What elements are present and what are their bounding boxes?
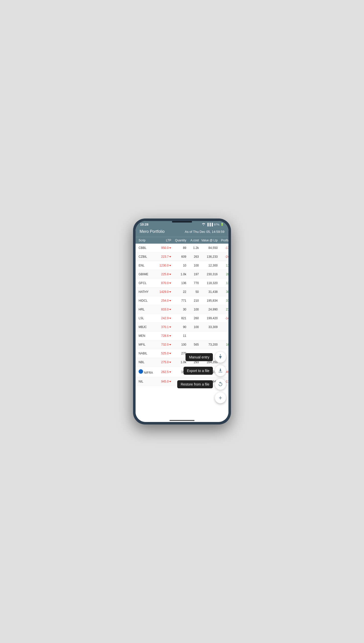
cell-value: 136,233	[199, 255, 218, 258]
cell-qty: 90	[171, 325, 186, 329]
cell-scrip: HATHY	[139, 290, 156, 294]
notch	[172, 221, 192, 223]
app-header: Mero Portfolio As of Thu Dec 05, 14:59:5…	[136, 227, 228, 237]
cell-scrip: HRL	[139, 308, 156, 311]
cell-ltp: 870.0	[156, 281, 171, 285]
svg-point-1	[220, 354, 221, 355]
download-icon	[218, 368, 223, 374]
table-row: HIDCL 254.0 771 210 195,834 33,392	[136, 296, 228, 305]
cell-ltp: 1230.0	[156, 264, 171, 267]
cell-scrip: NIL	[139, 380, 156, 383]
restore-button[interactable]	[215, 379, 226, 390]
battery-icon: 🔋	[220, 223, 224, 226]
fab-manual-row: Manual entry	[186, 352, 226, 363]
cell-ltp: 732.0	[156, 343, 171, 346]
col-quantity: Quantity	[171, 239, 186, 242]
signal-bars-icon: ▐▐▐	[206, 223, 213, 226]
cell-scrip: CBBL	[139, 246, 156, 250]
cell-acost: 1.2k	[186, 246, 199, 250]
cell-acost: 50	[186, 290, 199, 294]
col-pl: Profit/Loss	[218, 239, 228, 242]
cell-ltp: 370.1	[156, 325, 171, 329]
cell-value: 24,990	[199, 308, 218, 311]
cell-scrip: GBIME	[139, 273, 156, 276]
cell-pl: 30,338	[218, 290, 228, 294]
phone-screen: 10:28 ▐▐▐ 97% 🔋 Mero Portfolio As of Thu…	[136, 221, 228, 422]
accessibility-icon	[218, 354, 223, 361]
cell-qty: 100	[171, 343, 186, 346]
cell-value: 118,320	[199, 281, 218, 285]
cell-pl: 2,…	[218, 325, 228, 329]
cell-scrip: NABIL	[139, 352, 156, 355]
table-body: CBBL 950.0 89 1.2k 84,550 -17,849 CZBIL …	[136, 244, 228, 418]
fab-export-row: Export to a file	[184, 365, 226, 376]
cell-acost: 263	[186, 255, 199, 258]
table-row: MBJC 370.1 90 100 33,309 2,…	[136, 323, 228, 332]
table-row: HRL 833.0 30 100 24,990 21,990	[136, 305, 228, 314]
cell-acost: 210	[186, 299, 199, 302]
app-title: Mero Portfolio	[140, 229, 165, 234]
col-acost: A.cost	[186, 239, 199, 242]
cell-acost: 260	[186, 316, 199, 320]
cell-ltp: 225.8	[156, 273, 171, 276]
table-row: GFCL 870.0 136 770 118,320 13,469	[136, 279, 228, 288]
col-ltp: LTP	[156, 239, 171, 242]
cell-scrip: MBJC	[139, 325, 156, 329]
cell-ltp: 262.5	[156, 370, 171, 374]
manual-entry-button[interactable]	[215, 352, 226, 363]
fab-container: Manual entry Export to a file	[177, 352, 226, 403]
cell-scrip: HIDCL	[139, 299, 156, 302]
cell-ltp: 1429.0	[156, 290, 171, 294]
cell-ltp: 525.0	[156, 352, 171, 355]
cell-value: 195,834	[199, 299, 218, 302]
cell-ltp: 223.7	[156, 255, 171, 258]
cell-acost: 770	[186, 281, 199, 285]
wifi-icon	[202, 223, 205, 226]
cell-scrip: ENL	[139, 264, 156, 267]
cell-ltp: 945.0	[156, 380, 171, 383]
cell-pl: 33,392	[218, 299, 228, 302]
col-scrip: Scrip	[139, 239, 156, 242]
cell-qty: 1.0k	[171, 273, 186, 276]
table-row: MEN 728.6 11	[136, 332, 228, 340]
cell-scrip: MEN	[139, 334, 156, 338]
table-row: CBBL 950.0 89 1.2k 84,550 -17,849	[136, 244, 228, 252]
svg-point-0	[203, 225, 204, 226]
cell-pl: -24,250	[218, 255, 228, 258]
cell-pl: 28,407	[218, 273, 228, 276]
cell-qty: 22	[171, 290, 186, 294]
table-row: LSL 242.9 821 260 199,420 -14,441	[136, 314, 228, 323]
table-row: CZBIL 223.7 609 263 136,233 -24,250	[136, 252, 228, 261]
plus-icon: +	[219, 394, 222, 401]
cell-ltp: 275.0	[156, 360, 171, 364]
fab-add-row: +	[215, 392, 226, 403]
export-button[interactable]	[215, 365, 226, 376]
cell-qty: 89	[171, 246, 186, 250]
cell-ltp: 254.0	[156, 299, 171, 302]
restore-tooltip: Restore from a file	[177, 380, 213, 388]
cell-value: 230,316	[199, 273, 218, 276]
cell-pl: 11,300	[218, 264, 228, 267]
cell-pl: 16,700	[218, 343, 228, 346]
add-button[interactable]: +	[215, 392, 226, 403]
col-value: Value @ Ltp	[199, 239, 218, 242]
cell-acost: 197	[186, 273, 199, 276]
cell-value: 73,200	[199, 343, 218, 346]
manual-entry-tooltip: Manual entry	[186, 353, 213, 361]
cell-acost: 100	[186, 308, 199, 311]
table-row: GBIME 225.8 1.0k 197 230,316 28,407	[136, 270, 228, 279]
cell-pl: 13,469	[218, 281, 228, 285]
header-date: As of Thu Dec 05, 14:59:59	[165, 230, 224, 234]
table-header: Scrip LTP Quantity A.cost Value @ Ltp Pr…	[136, 237, 228, 244]
status-time: 10:28	[140, 223, 148, 226]
cell-qty: 136	[171, 281, 186, 285]
cell-qty: 30	[171, 308, 186, 311]
cell-acost: 100	[186, 264, 199, 267]
cell-scrip: GFCL	[139, 281, 156, 285]
cell-value: 33,309	[199, 325, 218, 329]
cell-pl: 21,990	[218, 308, 228, 311]
cell-acost: 565	[186, 343, 199, 346]
cell-ltp: 950.0	[156, 246, 171, 250]
home-indicator	[136, 418, 228, 422]
cell-value: 199,420	[199, 316, 218, 320]
